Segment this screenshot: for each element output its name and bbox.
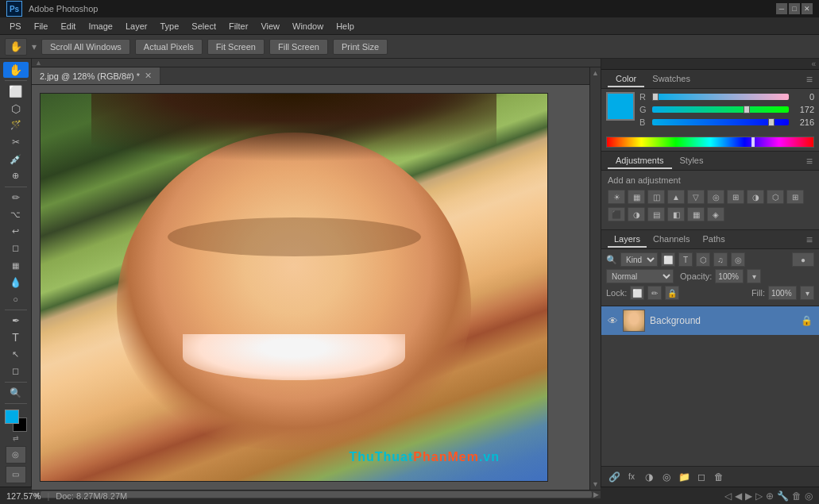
maximize-button[interactable]: □ <box>789 3 800 14</box>
shape-tool[interactable]: ◻ <box>3 364 29 379</box>
brush-tool[interactable]: ✏ <box>3 190 29 206</box>
green-slider[interactable] <box>652 106 789 113</box>
gradient-map-btn[interactable]: ▦ <box>687 207 705 221</box>
selection-tool[interactable]: ⬜ <box>3 83 29 99</box>
layer-item-background[interactable]: 👁 Background 🔒 <box>601 306 819 335</box>
menu-view[interactable]: View <box>254 20 286 33</box>
crop-tool[interactable]: ✂ <box>3 134 29 150</box>
opacity-input[interactable] <box>715 269 744 283</box>
red-slider-thumb[interactable] <box>652 93 659 101</box>
brightness-contrast-btn[interactable]: ☀ <box>608 190 625 204</box>
lock-position-btn[interactable]: ✏ <box>647 286 662 300</box>
layer-visibility-eye[interactable]: 👁 <box>608 315 618 327</box>
menu-edit[interactable]: Edit <box>54 20 82 33</box>
lock-all-btn[interactable]: 🔒 <box>665 286 679 300</box>
blue-slider[interactable] <box>652 119 789 125</box>
filter-pixel-btn[interactable]: ⬜ <box>661 252 675 267</box>
fill-screen-button[interactable]: Fill Screen <box>269 39 328 55</box>
new-group-btn[interactable]: 📁 <box>676 470 692 484</box>
swatches-tab[interactable]: Swatches <box>644 71 698 87</box>
pen-tool[interactable]: ✒ <box>3 313 29 329</box>
vibrance-btn[interactable]: ▽ <box>687 190 705 204</box>
menu-layer[interactable]: Layer <box>119 20 154 33</box>
color-tab[interactable]: Color <box>608 71 644 87</box>
color-spectrum-bar[interactable] <box>606 137 814 148</box>
window-controls[interactable]: ─ □ ✕ <box>776 3 813 14</box>
menu-ps[interactable]: PS <box>3 20 28 33</box>
zoom-tool[interactable]: 🔍 <box>3 385 29 401</box>
color-balance-btn[interactable]: ⊞ <box>727 190 744 204</box>
selective-color-btn[interactable]: ◈ <box>707 207 724 221</box>
layer-adjustment-btn[interactable]: ◎ <box>659 470 674 484</box>
styles-tab[interactable]: Styles <box>672 153 712 169</box>
hand-tool-indicator[interactable]: ✋ <box>5 38 27 56</box>
menu-window[interactable]: Window <box>286 20 330 33</box>
hsl-btn[interactable]: ◎ <box>707 190 724 204</box>
layer-name-label[interactable]: Background <box>650 315 796 326</box>
filter-type-btn[interactable]: ⬡ <box>696 252 710 267</box>
heal-tool[interactable]: ⊕ <box>3 168 29 184</box>
blend-mode-select[interactable]: Normal <box>606 269 674 283</box>
filter-smart-btn[interactable]: ◎ <box>731 252 745 267</box>
dodge-tool[interactable]: ○ <box>3 291 29 307</box>
threshold-btn[interactable]: ◧ <box>667 207 685 221</box>
fit-screen-button[interactable]: Fit Screen <box>207 39 265 55</box>
status-icon-forward[interactable]: ▶ <box>745 491 752 502</box>
move-tool[interactable]: ✋ <box>3 62 29 78</box>
delete-layer-btn[interactable]: 🗑 <box>711 470 727 484</box>
close-button[interactable]: ✕ <box>802 3 813 14</box>
kind-select[interactable]: Kind <box>620 252 658 267</box>
posterize-btn[interactable]: ▤ <box>647 207 665 221</box>
eyedropper-tool[interactable]: 💉 <box>3 151 29 167</box>
doc-tab-close[interactable]: ✕ <box>145 71 152 81</box>
screen-mode-btn[interactable]: ▭ <box>6 466 26 483</box>
green-slider-thumb[interactable] <box>744 106 750 113</box>
layers-tab[interactable]: Layers <box>608 232 647 248</box>
type-tool[interactable]: T <box>3 329 29 345</box>
blue-slider-thumb[interactable] <box>768 118 775 126</box>
paths-tab[interactable]: Paths <box>697 232 732 248</box>
curves-btn[interactable]: ◫ <box>647 190 665 204</box>
layers-panel-menu[interactable]: ≡ <box>806 233 813 246</box>
foreground-color-swatch[interactable] <box>5 410 19 424</box>
filter-toggle-btn[interactable]: ● <box>792 252 814 267</box>
quick-mask-btn[interactable]: ◎ <box>6 446 26 464</box>
exposure-btn[interactable]: ▲ <box>667 190 685 204</box>
history-brush-tool[interactable]: ↩ <box>3 223 29 239</box>
top-scroll-bar[interactable]: ▲ <box>32 59 601 67</box>
status-icon-prev[interactable]: ◁ <box>724 491 732 502</box>
opacity-arrow-btn[interactable]: ▾ <box>747 269 761 283</box>
layer-link-btn[interactable]: 🔗 <box>606 470 622 484</box>
levels-btn[interactable]: ▦ <box>628 190 645 204</box>
r-value[interactable]: 0 <box>792 92 814 102</box>
minimize-button[interactable]: ─ <box>776 3 787 14</box>
canvas-vertical-scrollbar[interactable]: ▲ ▼ <box>589 67 601 490</box>
invert-btn[interactable]: ◑ <box>628 207 645 221</box>
foreground-color-picker[interactable] <box>606 92 635 121</box>
layer-fx-btn[interactable]: fx <box>624 470 639 484</box>
panel-collapse-btn[interactable]: « <box>811 60 816 68</box>
filter-adjustment-btn[interactable]: T <box>678 252 693 267</box>
bw-btn[interactable]: ◑ <box>747 190 764 204</box>
filter-shape-btn[interactable]: ♫ <box>713 252 728 267</box>
gradient-tool[interactable]: ▦ <box>3 257 29 273</box>
blur-tool[interactable]: 💧 <box>3 274 29 290</box>
b-value[interactable]: 216 <box>792 117 814 127</box>
status-icon-trash[interactable]: 🗑 <box>792 491 802 502</box>
status-icon-tools[interactable]: 🔧 <box>777 491 789 502</box>
menu-image[interactable]: Image <box>82 20 119 33</box>
status-icon-next[interactable]: ▷ <box>755 491 763 502</box>
canvas-container[interactable]: ThuThuatPhanMem.vn <box>32 85 589 490</box>
color-panel-menu-icon[interactable]: ≡ <box>806 73 813 86</box>
layer-mask-btn[interactable]: ◑ <box>641 470 657 484</box>
document-tab[interactable]: 2.jpg @ 128% (RGB/8#) * ✕ <box>32 67 160 84</box>
status-icon-back[interactable]: ◀ <box>735 491 742 502</box>
g-value[interactable]: 172 <box>792 105 814 114</box>
swap-colors-icon[interactable]: ⇄ <box>13 434 19 442</box>
menu-help[interactable]: Help <box>330 20 361 33</box>
lock-pixels-btn[interactable]: ⬜ <box>630 286 644 300</box>
new-layer-btn[interactable]: ◻ <box>693 470 709 484</box>
eraser-tool[interactable]: ◻ <box>3 240 29 256</box>
channels-tab[interactable]: Channels <box>647 232 696 248</box>
menu-filter[interactable]: Filter <box>222 20 254 33</box>
